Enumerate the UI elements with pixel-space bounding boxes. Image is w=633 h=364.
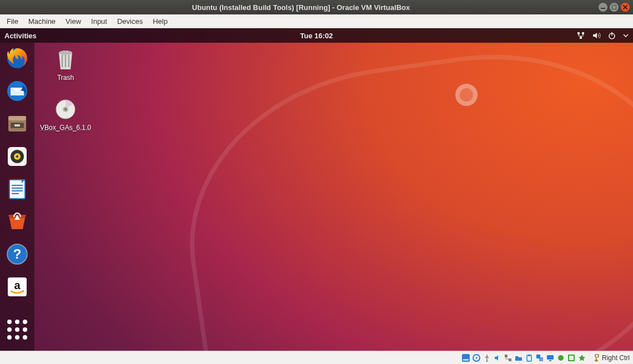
clipboard-icon — [525, 354, 533, 362]
vb-host-key-indicator[interactable]: Right Ctrl — [592, 354, 630, 362]
vb-status-vmstate[interactable] — [567, 353, 576, 362]
vb-status-display[interactable] — [546, 353, 555, 362]
vb-host-key-label: Right Ctrl — [602, 354, 630, 362]
vb-menu-input[interactable]: Input — [87, 16, 112, 27]
harddisk-icon — [462, 354, 470, 362]
files-icon — [6, 113, 28, 135]
help-icon: ? — [6, 243, 28, 265]
vb-statusbar: Right Ctrl — [0, 351, 633, 364]
vb-status-clipboard[interactable] — [525, 353, 534, 362]
audio-icon — [494, 354, 501, 362]
software-icon — [6, 210, 28, 232]
svg-point-31 — [64, 108, 67, 110]
dock-item-rhythmbox[interactable] — [5, 145, 29, 168]
svg-rect-1 — [612, 5, 616, 9]
minimize-icon — [601, 5, 605, 9]
vb-window-titlebar: Ubuntu (Installed Build Tools) [Running]… — [0, 0, 633, 14]
firefox-icon — [6, 47, 28, 69]
dock-item-thunderbird[interactable] — [5, 80, 29, 103]
svg-point-27 — [59, 50, 72, 55]
wallpaper-art-detail — [455, 84, 478, 106]
dock-item-amazon[interactable]: a — [5, 275, 29, 298]
dock-item-firefox[interactable] — [5, 47, 29, 70]
chevron-down-icon — [623, 33, 629, 38]
display-icon — [546, 354, 554, 362]
dock-item-files[interactable] — [5, 113, 29, 135]
vb-status-audio[interactable] — [493, 353, 502, 362]
vb-menu-view[interactable]: View — [61, 16, 86, 27]
vb-menu-help[interactable]: Help — [148, 16, 172, 27]
svg-rect-21 — [12, 193, 19, 194]
vb-status-recording[interactable] — [556, 353, 565, 362]
volume-icon — [592, 31, 601, 40]
svg-rect-33 — [463, 359, 469, 361]
dock-item-software[interactable] — [5, 210, 29, 233]
show-applications-button[interactable] — [5, 318, 29, 341]
svg-rect-2 — [577, 32, 580, 34]
close-icon — [623, 5, 627, 9]
desktop-icon-label: VBox_GAs_6.1.0 — [40, 124, 91, 132]
network-icon — [504, 354, 512, 362]
gnome-system-tray[interactable] — [576, 31, 629, 40]
guest-additions-icon — [578, 354, 586, 362]
dock-item-writer[interactable] — [5, 178, 29, 200]
maximize-icon — [612, 5, 616, 9]
svg-point-36 — [486, 360, 488, 362]
vb-status-shared-folder[interactable] — [514, 353, 523, 362]
vb-status-dragdrop[interactable] — [535, 353, 544, 362]
svg-rect-20 — [12, 190, 23, 191]
writer-icon — [6, 178, 28, 200]
gnome-clock[interactable]: Tue 16:02 — [0, 32, 633, 40]
wallpaper-art — [168, 28, 633, 351]
svg-rect-42 — [539, 357, 543, 361]
vb-menu-file[interactable]: File — [2, 16, 23, 27]
usb-icon — [483, 354, 491, 362]
gnome-top-bar: Activities Tue 16:02 — [0, 28, 633, 43]
svg-text:a: a — [14, 279, 21, 291]
vb-status-optical[interactable] — [472, 353, 481, 362]
maximize-button[interactable] — [610, 3, 619, 12]
guest-display[interactable]: Activities Tue 16:02 ? — [0, 28, 633, 351]
svg-rect-17 — [9, 180, 25, 199]
svg-point-45 — [558, 355, 564, 361]
svg-point-16 — [16, 155, 18, 158]
svg-rect-44 — [549, 360, 551, 361]
svg-rect-12 — [14, 124, 20, 127]
vm-state-icon — [567, 354, 575, 362]
vb-menubar: File Machine View Input Devices Help — [0, 14, 633, 28]
optical-disc-icon — [473, 354, 480, 362]
svg-rect-19 — [12, 188, 23, 189]
recording-icon — [557, 354, 565, 362]
vb-window-controls — [599, 3, 630, 12]
svg-rect-43 — [547, 355, 554, 360]
activities-button[interactable]: Activities — [4, 32, 37, 40]
svg-rect-46 — [569, 355, 574, 361]
vb-menu-machine[interactable]: Machine — [24, 16, 60, 27]
svg-rect-3 — [582, 32, 584, 34]
optical-disc-icon — [54, 98, 77, 120]
host-key-icon — [592, 354, 600, 362]
svg-rect-4 — [580, 37, 582, 39]
svg-text:?: ? — [13, 246, 22, 261]
trash-icon — [54, 47, 77, 72]
ubuntu-dock: ? a — [0, 43, 34, 351]
close-button[interactable] — [621, 3, 630, 12]
power-icon — [607, 31, 616, 40]
svg-rect-37 — [505, 355, 508, 357]
drag-drop-icon — [536, 354, 544, 362]
svg-point-35 — [475, 357, 477, 358]
vb-status-guest-additions[interactable] — [577, 353, 586, 362]
amazon-icon: a — [6, 276, 28, 298]
desktop-icon-vbox-ga-disc[interactable]: VBox_GAs_6.1.0 — [43, 97, 88, 132]
vb-status-network[interactable] — [504, 353, 513, 362]
vb-status-harddisk[interactable] — [461, 353, 470, 362]
desktop-icon-trash[interactable]: Trash — [43, 47, 88, 82]
dock-item-help[interactable]: ? — [5, 243, 29, 266]
minimize-button[interactable] — [599, 3, 607, 12]
svg-rect-40 — [528, 355, 530, 356]
vb-status-usb[interactable] — [483, 353, 491, 362]
rhythmbox-icon — [6, 145, 28, 168]
desktop-icon-label: Trash — [57, 74, 74, 82]
vb-window-title: Ubuntu (Installed Build Tools) [Running]… — [3, 3, 599, 12]
vb-menu-devices[interactable]: Devices — [113, 16, 147, 27]
